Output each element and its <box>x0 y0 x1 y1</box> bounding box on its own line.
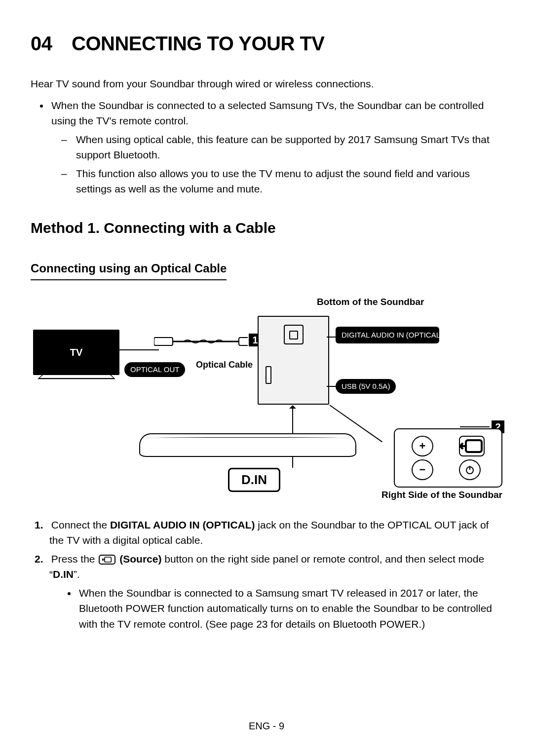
volume-up-icon: + <box>412 436 433 456</box>
sub-heading: Connecting using an Optical Cable <box>31 260 227 280</box>
soundbar-ports-icon <box>258 316 329 405</box>
soundbar-body-icon <box>139 433 356 457</box>
intro-bullet-list: When the Soundbar is connected to a sele… <box>49 98 502 197</box>
step-1-bold: DIGITAL AUDIO IN (OPTICAL) <box>110 519 255 530</box>
line-icon <box>460 426 490 427</box>
step-2-pre: Press the <box>51 553 98 565</box>
optical-out-label: OPTICAL OUT <box>124 362 185 378</box>
step-2: Press the (Source) button on the right s… <box>35 551 502 632</box>
intro-bullet-1-text: When the Soundbar is connected to a sele… <box>51 100 484 127</box>
power-icon <box>459 459 481 480</box>
din-display-label: D.IN <box>228 468 280 492</box>
diagram-bottom-label: Right Side of the Soundbar <box>381 488 502 502</box>
tv-stand-icon <box>38 375 115 379</box>
step-2-bullet: When the Soundbar is connected to a Sams… <box>77 585 502 632</box>
connection-diagram: Bottom of the Soundbar TV OPTICAL OUT Op… <box>31 295 502 502</box>
step-2-din: D.IN <box>53 568 74 580</box>
source-button-icon <box>459 436 485 456</box>
method-heading: Method 1. Connecting with a Cable <box>31 217 502 239</box>
digital-audio-in-label: DIGITAL AUDIO IN (OPTICAL) <box>336 327 439 343</box>
intro-text: Hear TV sound from your Soundbar through… <box>31 76 502 92</box>
optical-cable-icon <box>154 330 258 353</box>
steps-list: Connect the DIGITAL AUDIO IN (OPTICAL) j… <box>35 517 502 632</box>
step-2-post: ”. <box>74 568 80 580</box>
tv-icon: TV <box>33 330 119 384</box>
intro-sub-1: When using optical cable, this feature c… <box>61 132 502 163</box>
step-2-bold: (Source) <box>116 553 161 565</box>
svg-rect-3 <box>466 440 482 452</box>
page-title: 04 CONNECTING TO YOUR TV <box>31 29 502 58</box>
intro-sub-2: This function also allows you to use the… <box>61 166 502 197</box>
volume-down-icon: − <box>412 459 433 480</box>
step-2-sublist: When the Soundbar is connected to a Sams… <box>77 585 502 632</box>
line-icon <box>292 457 293 468</box>
intro-bullet-1: When the Soundbar is connected to a sele… <box>49 98 502 197</box>
tv-label: TV <box>33 330 119 375</box>
step-1-pre: Connect the <box>51 519 110 530</box>
svg-rect-6 <box>105 557 111 562</box>
arrow-icon <box>292 406 293 433</box>
usb-port-icon <box>266 366 271 384</box>
line-icon <box>327 337 336 338</box>
usb-label: USB (5V 0.5A) <box>336 379 396 394</box>
line-icon <box>327 386 336 387</box>
page-footer: ENG - 9 <box>0 718 533 733</box>
line-icon <box>119 349 159 350</box>
optical-cable-label: Optical Cable <box>196 358 253 372</box>
diagram-top-label: Bottom of the Soundbar <box>317 295 424 309</box>
source-icon <box>99 555 115 565</box>
intro-sublist: When using optical cable, this feature c… <box>61 132 502 197</box>
step-1: Connect the DIGITAL AUDIO IN (OPTICAL) j… <box>35 517 502 548</box>
svg-rect-0 <box>154 338 173 345</box>
soundbar-controls-icon: + − <box>394 428 502 488</box>
optical-port-icon <box>284 325 304 344</box>
